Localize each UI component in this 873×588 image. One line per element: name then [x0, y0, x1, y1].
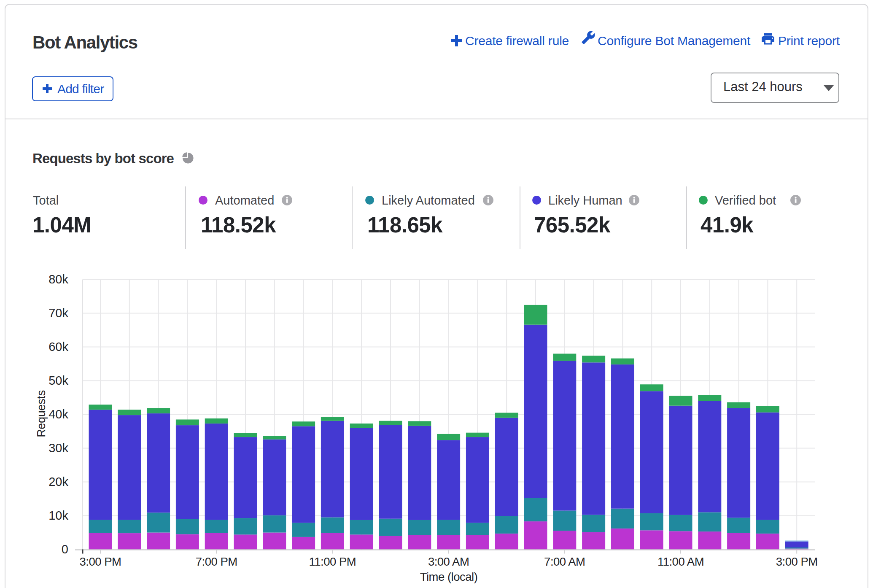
svg-text:3:00 PM: 3:00 PM — [776, 555, 818, 568]
svg-text:Requests: Requests — [35, 390, 48, 437]
svg-text:50k: 50k — [48, 374, 68, 387]
svg-text:11:00 AM: 11:00 AM — [657, 555, 704, 568]
svg-text:40k: 40k — [48, 407, 68, 421]
svg-text:7:00 AM: 7:00 AM — [544, 555, 585, 568]
svg-text:10k: 10k — [48, 509, 68, 522]
svg-text:30k: 30k — [48, 441, 68, 455]
svg-text:Time (local): Time (local) — [420, 570, 478, 583]
svg-text:0: 0 — [62, 542, 68, 556]
svg-text:3:00 AM: 3:00 AM — [428, 555, 469, 568]
svg-text:3:00 PM: 3:00 PM — [80, 555, 121, 568]
svg-text:70k: 70k — [48, 306, 68, 320]
svg-text:80k: 80k — [48, 272, 68, 286]
svg-text:60k: 60k — [48, 340, 68, 353]
svg-text:11:00 PM: 11:00 PM — [309, 555, 356, 568]
svg-text:7:00 PM: 7:00 PM — [196, 555, 237, 568]
svg-text:20k: 20k — [48, 475, 68, 488]
